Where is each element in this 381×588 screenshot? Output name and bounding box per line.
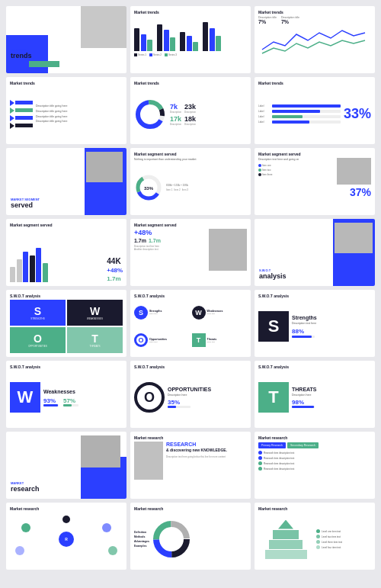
slide8-desc: Nothing is important than understanding … bbox=[134, 158, 247, 162]
slide15-content: S Strengths Description text here 88% bbox=[258, 300, 371, 353]
slide5-label: Market trends bbox=[134, 81, 247, 85]
slide24-pyramid bbox=[258, 520, 313, 559]
slide19-image bbox=[81, 435, 120, 468]
slide-16: S.W.O.T analysis W Weaknesses 93% 57% bbox=[6, 361, 126, 428]
slide20-image bbox=[134, 442, 163, 480]
slide22-label: Market research bbox=[10, 506, 123, 511]
bar6 bbox=[170, 37, 175, 51]
bar10 bbox=[203, 22, 208, 51]
bar7 bbox=[180, 32, 185, 51]
swot-o-cell: O OPPORTUNITIES bbox=[10, 327, 66, 353]
slide24-items: Level one item text Level two item text … bbox=[316, 529, 371, 549]
slide20-label: Market research bbox=[134, 435, 247, 440]
slide10-stats: 44K +48% 1.7m bbox=[107, 257, 123, 282]
slide15-s-block: S bbox=[258, 311, 289, 342]
slide5-nums: 7kDescription 23kDescription 17kDescript… bbox=[170, 103, 196, 126]
slide18-text: THREATS Description here 98% bbox=[292, 387, 317, 408]
swot-w-cell: W WEAKNESSES bbox=[67, 300, 123, 326]
slide12-image bbox=[335, 223, 373, 253]
slide6-content: Label Label Label Label 33% bbox=[258, 87, 371, 140]
slide18-label: S.W.O.T analysis bbox=[258, 365, 371, 369]
slide11-image bbox=[209, 229, 247, 282]
slide5-donut bbox=[134, 98, 166, 130]
slide7-image bbox=[86, 152, 123, 182]
bar4 bbox=[157, 24, 162, 51]
slide1-title-area: MARKET trends bbox=[11, 48, 32, 59]
slide8-content: 33% 030k • 155k • 195k Item 1 Item 2 Ite… bbox=[134, 164, 247, 211]
slide17-content: O OPPORTUNITIES Description here 35% bbox=[134, 371, 247, 424]
slide14-label: S.W.O.T analysis bbox=[134, 294, 247, 298]
slide17-o-block: O bbox=[134, 382, 165, 413]
bar1 bbox=[134, 28, 139, 51]
slide6-pct: 33% bbox=[344, 106, 371, 122]
slide21-items: Research item description text Research … bbox=[258, 451, 371, 495]
center-node: R bbox=[59, 532, 74, 547]
slide-12: S.W.O.T analysis bbox=[255, 219, 375, 286]
slide15-text: Strengths Description text here 88% bbox=[292, 315, 317, 338]
slide10-content: 44K +48% 1.7m bbox=[10, 229, 123, 282]
bar2 bbox=[141, 34, 146, 51]
slide9-right: 37% bbox=[337, 158, 371, 211]
slide17-text: OPPORTUNITIES Description here 35% bbox=[168, 387, 211, 408]
slide4-text: Description title going here Description… bbox=[36, 104, 123, 124]
slide5-content: 7kDescription 23kDescription 17kDescript… bbox=[134, 88, 247, 140]
slide2-label: Market trends bbox=[134, 10, 247, 14]
slide16-content: W Weaknesses 93% 57% bbox=[10, 371, 123, 424]
slide15-label: S.W.O.T analysis bbox=[258, 294, 371, 298]
slide10-chart bbox=[10, 244, 104, 282]
slide3-label: Market trends bbox=[258, 10, 371, 14]
slide-15: S.W.O.T analysis S Strengths Description… bbox=[255, 290, 375, 357]
slide9-content: Description text here and going on Item … bbox=[258, 158, 371, 211]
node2 bbox=[102, 523, 111, 532]
slide11-content: +48% 1.7m 1.7m Description text line her… bbox=[134, 229, 247, 282]
slide-20: Market research RESEARCH & discovering n… bbox=[130, 432, 251, 499]
swot-s-icon: S StrengthsDesc text bbox=[134, 300, 190, 326]
c5 bbox=[36, 248, 41, 282]
slide9-label: Market segment served bbox=[258, 152, 371, 156]
slide16-text: Weaknesses 93% 57% bbox=[43, 389, 78, 406]
slide-13: S.W.O.T analysis S STRENGTHS W WEAKNESSE… bbox=[6, 290, 126, 357]
slide2-legend: Series 1 Series 2 Series 3 bbox=[134, 53, 247, 56]
node3 bbox=[15, 546, 24, 555]
slide8-stats: 030k • 155k • 195k Item 1 Item 2 Item 3 bbox=[166, 184, 188, 191]
slide6-bars: Label Label Label Label bbox=[258, 104, 341, 124]
slide-18: S.W.O.T analysis T THREATS Description h… bbox=[255, 361, 375, 428]
slide-23: Market research Definition Methods Advan… bbox=[130, 503, 251, 570]
slide1-green-bar bbox=[29, 61, 59, 67]
slide-10: Market segment served 44K +48% 1.7m bbox=[6, 219, 126, 286]
bar5 bbox=[164, 30, 169, 51]
bar3 bbox=[147, 40, 152, 51]
swot-w-icon: W WeaknessesDesc text bbox=[192, 300, 248, 326]
slide2-chart bbox=[134, 21, 247, 51]
slide7-title: MARKET SEGMENT served bbox=[11, 198, 40, 209]
slide11-stats: +48% 1.7m 1.7m Description text line her… bbox=[134, 229, 206, 282]
slide12-title: S.W.O.T analysis bbox=[259, 268, 287, 280]
slide18-content: T THREATS Description here 98% bbox=[258, 371, 371, 424]
c2 bbox=[17, 259, 22, 282]
slide4-content: Description title going here Description… bbox=[10, 88, 123, 140]
swot-o-icon: O OpportunitiesDesc text bbox=[134, 328, 190, 354]
slide6-label: Market trends bbox=[258, 81, 371, 85]
slide3-linechart bbox=[258, 27, 371, 57]
slide-14: S.W.O.T analysis S StrengthsDesc text W … bbox=[130, 290, 251, 357]
slide16-label: S.W.O.T analysis bbox=[10, 365, 123, 369]
slide1-image bbox=[81, 6, 126, 48]
slide11-label: Market segment served bbox=[134, 223, 247, 227]
slide14-icons: S StrengthsDesc text W WeaknessesDesc te… bbox=[134, 300, 247, 353]
slide-17: S.W.O.T analysis O OPPORTUNITIES Descrip… bbox=[130, 361, 251, 428]
slide4-label: Market trends bbox=[10, 81, 123, 85]
slide-3: Market trends Description title7% Descri… bbox=[255, 6, 375, 73]
slide18-t-block: T bbox=[258, 382, 289, 413]
slide24-content: Level one item text Level two item text … bbox=[258, 512, 371, 566]
slide13-swot: S STRENGTHS W WEAKNESSES O OPPORTUNITIES… bbox=[10, 300, 123, 353]
slide10-label: Market segment served bbox=[10, 223, 123, 227]
slide-19: MARKET research bbox=[6, 432, 126, 499]
slide1-subtitle: trends bbox=[11, 52, 32, 59]
node5 bbox=[62, 516, 70, 523]
slide-5: Market trends 7kDescription 23kDescripti… bbox=[130, 77, 251, 144]
slide21-tabs: Primary Research Secondary Research bbox=[258, 442, 371, 448]
node4 bbox=[108, 546, 117, 555]
bar11 bbox=[210, 28, 215, 51]
slide-11: Market segment served +48% 1.7m 1.7m Des… bbox=[130, 219, 251, 286]
slide-22: Market research R bbox=[6, 503, 126, 570]
